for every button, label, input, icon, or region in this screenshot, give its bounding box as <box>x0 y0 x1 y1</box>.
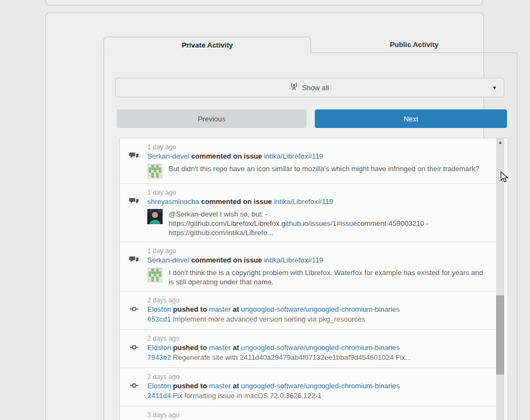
action-text: commented on issue <box>191 256 262 264</box>
comment-icon <box>129 255 139 265</box>
feed-item-body: 3 days ago Eloston pushed to master at u… <box>147 411 488 420</box>
repo-link[interactable]: ungoogled-software/ungoogled-chromium-bi… <box>241 382 400 390</box>
feed-item-body: 1 day ago shreyasminocha commented on is… <box>147 188 488 237</box>
feed-scrollbar[interactable]: ▲ <box>496 138 504 420</box>
at-text: at <box>233 305 239 313</box>
commit-sha-link[interactable]: 7943b2 <box>147 354 171 362</box>
previous-button[interactable]: Previous <box>117 109 307 128</box>
feed-rows: 1 day ago Serkan-devel commented on issu… <box>120 138 496 420</box>
feed-item-push[interactable]: 3 days ago Eloston pushed to master at u… <box>120 406 496 420</box>
comment-body: I don't think the is a copyright problem… <box>147 267 488 287</box>
feed-item-push[interactable]: 2 days ago Eloston pushed to master at u… <box>120 291 496 330</box>
commit-list: 7943b2 Regenerate site with 2411d40a2947… <box>147 353 488 363</box>
commit-sha-link[interactable]: 2411d4 <box>147 393 171 400</box>
feed-item-comment[interactable]: 1 day ago shreyasminocha commented on is… <box>120 184 496 242</box>
actor-link[interactable]: Serkan-devel <box>147 256 189 264</box>
comment-body: @Serkan-devel I wish so, but: - https://… <box>147 209 488 237</box>
action-text: pushed to <box>173 382 207 390</box>
comment-text: But didn't this repo have an icon simila… <box>169 164 479 179</box>
actor-link[interactable]: Eloston <box>147 382 171 390</box>
feed-item-comment[interactable]: 1 day ago Serkan-devel commented on issu… <box>120 138 496 184</box>
comment-text: I don't think the is a copyright problem… <box>169 267 488 287</box>
event-line: shreyasminocha commented on issue intika… <box>147 197 488 207</box>
event-line: Eloston pushed to master at ungoogled-so… <box>147 381 488 391</box>
timestamp: 1 day ago <box>147 188 488 197</box>
event-line: Serkan-devel commented on issue intika/L… <box>147 255 488 265</box>
action-text: commented on issue <box>191 152 262 160</box>
actor-link[interactable]: Eloston <box>147 343 171 352</box>
action-text: pushed to <box>173 305 207 313</box>
feed-item-body: 1 day ago Serkan-devel commented on issu… <box>147 143 488 179</box>
commit-line: 653cd1 Implement more advanced version s… <box>147 314 488 325</box>
commit-line: 7943b2 Regenerate site with 2411d40a2947… <box>147 353 488 363</box>
feed-item-push[interactable]: 2 days ago Eloston pushed to master at u… <box>120 368 496 406</box>
tab-container: Private Activity Public Activity Show al… <box>103 37 517 420</box>
avatar[interactable] <box>147 164 163 179</box>
timestamp: 1 day ago <box>147 143 488 151</box>
activity-feed: 1 day ago Serkan-devel commented on issu… <box>119 138 508 420</box>
timestamp: 2 days ago <box>147 372 488 381</box>
feed-item-comment[interactable]: 1 day ago Serkan-devel commented on issu… <box>120 242 496 291</box>
actor-link[interactable]: Eloston <box>147 305 171 313</box>
at-text: at <box>233 343 239 352</box>
timestamp: 2 days ago <box>147 296 488 305</box>
actor-link[interactable]: Serkan-devel <box>147 152 189 160</box>
tab-private-activity[interactable]: Private Activity <box>103 37 311 53</box>
filter-selected-value: Show all <box>302 84 329 92</box>
commit-message: Regenerate site with 2411d40a29479ab4f07… <box>171 353 411 361</box>
commit-list: 653cd1 Implement more advanced version s… <box>147 314 488 325</box>
issue-link[interactable]: intika/Librefox#119 <box>264 256 323 264</box>
feed-item-push[interactable]: 2 days ago Eloston pushed to master at u… <box>120 330 496 368</box>
event-line: Eloston pushed to master at ungoogled-so… <box>147 305 488 314</box>
comment-body: But didn't this repo have an icon simila… <box>147 164 488 179</box>
at-text: at <box>233 382 239 390</box>
tab-content: Show all ▾ Previous Next 1 day ago Serka… <box>103 53 517 420</box>
comment-icon <box>129 197 139 207</box>
event-line: Serkan-devel commented on issue intika/L… <box>147 151 488 161</box>
branch-link[interactable]: master <box>209 343 231 352</box>
scroll-up-arrow-icon[interactable]: ▲ <box>496 138 504 147</box>
commit-sha-link[interactable]: 653cd1 <box>147 316 171 324</box>
commit-icon <box>129 381 139 391</box>
upper-card <box>45 0 483 5</box>
scrollbar-thumb[interactable] <box>496 295 504 375</box>
avatar[interactable] <box>147 267 163 283</box>
commit-icon <box>129 343 139 353</box>
comment-icon <box>129 151 139 161</box>
commit-message: Fix formatting issue in macOS 72.0.3626.… <box>171 392 321 400</box>
tab-public-activity[interactable]: Public Activity <box>311 37 517 53</box>
branch-link[interactable]: master <box>209 305 231 313</box>
chevron-down-icon: ▾ <box>493 84 496 91</box>
feed-item-body: 2 days ago Eloston pushed to master at u… <box>147 372 488 401</box>
actor-link[interactable]: shreyasminocha <box>147 197 199 206</box>
commit-message: Implement more advanced version sorting … <box>171 315 365 323</box>
activity-panel: Private Activity Public Activity Show al… <box>45 13 484 420</box>
feed-item-body: 2 days ago Eloston pushed to master at u… <box>147 334 488 363</box>
broadcast-icon <box>290 82 298 93</box>
tab-bar: Private Activity Public Activity <box>103 37 517 53</box>
issue-link[interactable]: intika/Librefox#119 <box>264 152 323 160</box>
issue-link[interactable]: intika/Librefox#119 <box>274 197 333 206</box>
activity-filter-dropdown[interactable]: Show all ▾ <box>115 78 504 97</box>
repo-link[interactable]: ungoogled-software/ungoogled-chromium-bi… <box>241 343 400 352</box>
feed-item-body: 1 day ago Serkan-devel commented on issu… <box>147 247 488 287</box>
action-text: commented on issue <box>201 197 272 206</box>
timestamp: 2 days ago <box>147 334 488 343</box>
repo-link[interactable]: ungoogled-software/ungoogled-chromium-bi… <box>241 305 400 313</box>
comment-text: @Serkan-devel I wish so, but: - https://… <box>169 209 488 237</box>
commit-list: 2411d4 Fix formatting issue in macOS 72.… <box>147 391 488 401</box>
commit-icon <box>129 305 139 314</box>
commit-line: 2411d4 Fix formatting issue in macOS 72.… <box>147 391 488 401</box>
branch-link[interactable]: master <box>209 382 231 390</box>
feed-item-body: 2 days ago Eloston pushed to master at u… <box>147 296 488 325</box>
timestamp: 3 days ago <box>147 411 488 419</box>
timestamp: 1 day ago <box>147 247 488 255</box>
action-text: pushed to <box>173 343 207 352</box>
event-line: Eloston pushed to master at ungoogled-so… <box>147 343 488 353</box>
next-button[interactable]: Next <box>315 109 507 128</box>
avatar[interactable] <box>147 209 163 224</box>
